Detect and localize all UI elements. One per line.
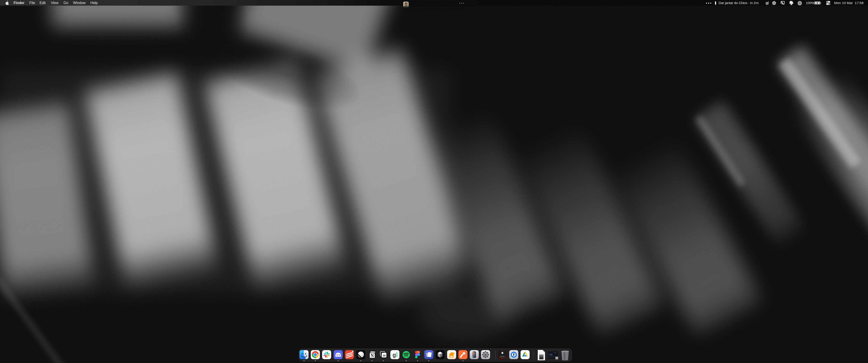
svg-text:N: N (371, 353, 374, 358)
svg-text:10: 10 (383, 354, 386, 357)
svg-text:g: g (393, 352, 396, 358)
svg-text:raycast: raycast (500, 356, 505, 357)
svg-text:11: 11 (556, 357, 558, 359)
